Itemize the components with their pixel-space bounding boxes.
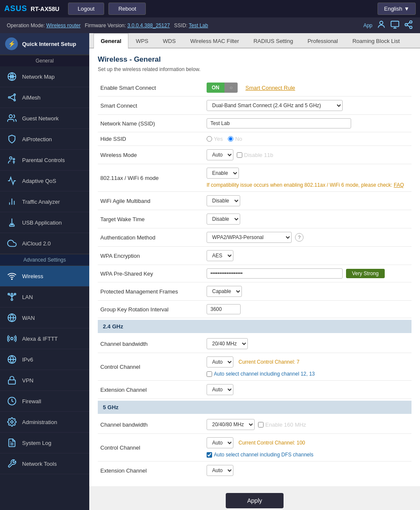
tab-radius-setting[interactable]: RADIUS Setting xyxy=(246,33,300,48)
wpa-encryption-row: WPA Encryption AES xyxy=(98,247,411,265)
tab-roaming-block-list[interactable]: Roaming Block List xyxy=(345,33,407,48)
band-24-control-channel-select[interactable]: Auto xyxy=(207,356,233,368)
disable-11b-checkbox[interactable] xyxy=(237,152,242,158)
svg-point-36 xyxy=(11,421,13,423)
toggle-off-btn[interactable]: ○ xyxy=(224,83,238,93)
sidebar-item-network-map[interactable]: Network Map xyxy=(0,66,89,87)
band-24-auto-select-label[interactable]: Auto select channel including channel 12… xyxy=(207,371,315,377)
svg-point-16 xyxy=(10,157,12,160)
band-24-auto-select-checkbox[interactable] xyxy=(207,371,212,377)
hide-ssid-yes-label[interactable]: Yes xyxy=(207,136,223,142)
svg-rect-26 xyxy=(11,299,13,301)
hide-ssid-yes-radio[interactable] xyxy=(207,136,212,142)
pmf-select[interactable]: Capable xyxy=(207,286,242,297)
logout-button[interactable]: Logout xyxy=(68,3,105,15)
sidebar-item-usb-application[interactable]: USB Application xyxy=(0,212,89,233)
sidebar-item-wan[interactable]: WAN xyxy=(0,308,89,328)
band-24-header: 2.4 GHz xyxy=(98,320,411,333)
sidebar-item-ipv6[interactable]: IPv6 xyxy=(0,349,89,370)
svg-point-0 xyxy=(380,21,383,24)
band-24-channel-bw-row: Channel bandwidth 20/40 MHz xyxy=(98,335,411,353)
person-icon[interactable] xyxy=(377,20,386,31)
tab-wds[interactable]: WDS xyxy=(156,33,183,48)
group-key-input[interactable] xyxy=(207,304,241,314)
tabs-bar: General WPS WDS Wireless MAC Filter RADI… xyxy=(89,33,420,48)
quick-internet-setup[interactable]: ⚡ Quick Internet Setup xyxy=(0,33,89,55)
group-key-row: Group Key Rotation Interval xyxy=(98,301,411,318)
target-wake-select[interactable]: Disable xyxy=(207,214,240,225)
sidebar-item-label: AiCloud 2.0 xyxy=(22,240,51,247)
auth-method-select[interactable]: WPA2/WPA3-Personal xyxy=(207,232,292,243)
sidebar-item-alexa[interactable]: Alexa & IFTTT xyxy=(0,328,89,349)
sidebar-item-firewall[interactable]: Firewall xyxy=(0,391,89,412)
sidebar-item-adaptive-qos[interactable]: Adaptive QoS xyxy=(0,171,89,191)
band-24-ext-channel-select[interactable]: Auto xyxy=(207,384,233,395)
sidebar-item-wireless[interactable]: Wireless xyxy=(0,266,89,287)
disable-11b-label[interactable]: Disable 11b xyxy=(237,152,273,158)
tab-general[interactable]: General xyxy=(94,33,128,48)
band-5-channel-bw-select[interactable]: 20/40/80 MHz xyxy=(207,419,255,430)
share-icon[interactable] xyxy=(404,20,413,31)
hide-ssid-no-radio[interactable] xyxy=(228,136,233,142)
band-5-enable-160-label[interactable]: Enable 160 MHz xyxy=(258,422,306,428)
reboot-button[interactable]: Reboot xyxy=(108,3,146,15)
sidebar-item-traffic-analyzer[interactable]: Traffic Analyzer xyxy=(0,191,89,212)
wpa-strength-button: Very Strong xyxy=(346,269,385,278)
band-5-enable-160-checkbox[interactable] xyxy=(258,422,264,427)
svg-line-6 xyxy=(407,23,410,24)
firmware-value[interactable]: 3.0.0.4.388_25127 xyxy=(127,23,170,28)
ssid-value[interactable]: Test Lab xyxy=(189,23,208,28)
smart-connect-select[interactable]: Dual-Band Smart Connect (2.4 GHz and 5 G… xyxy=(207,100,343,111)
sidebar-item-guest-network[interactable]: Guest Network xyxy=(0,108,89,129)
wifi6-select[interactable]: Enable xyxy=(207,168,239,179)
advanced-section-label: Advanced Settings xyxy=(0,254,89,266)
hide-ssid-no-label[interactable]: No xyxy=(228,136,242,142)
band-5-auto-dfs-label[interactable]: Auto select channel including DFS channe… xyxy=(207,452,313,458)
wan-icon xyxy=(6,312,18,324)
sidebar-item-system-log[interactable]: System Log xyxy=(0,433,89,453)
toggle-on-btn[interactable]: ON xyxy=(207,83,224,93)
smart-connect-rule-link[interactable]: Smart Connect Rule xyxy=(245,85,295,91)
operation-mode-value[interactable]: Wireless router xyxy=(46,23,81,28)
sidebar-item-network-tools[interactable]: Network Tools xyxy=(0,453,89,474)
tab-wireless-mac-filter[interactable]: Wireless MAC Filter xyxy=(183,33,246,48)
guest-network-icon xyxy=(6,112,18,124)
auth-method-help-icon[interactable]: ? xyxy=(295,233,304,242)
monitor-icon[interactable] xyxy=(390,20,400,31)
sidebar-item-vpn[interactable]: VPN xyxy=(0,370,89,391)
sidebar-item-lan[interactable]: LAN xyxy=(0,287,89,308)
sidebar-item-administration[interactable]: Administration xyxy=(0,412,89,433)
wireless-mode-label: Wireless Mode xyxy=(100,152,207,158)
sidebar-item-parental-controls[interactable]: Parental Controls xyxy=(0,150,89,171)
band-24-channel-bw-select[interactable]: 20/40 MHz xyxy=(207,338,248,349)
sidebar-item-aiprotection[interactable]: AiProtection xyxy=(0,129,89,150)
adaptive-qos-icon xyxy=(6,175,18,187)
band-5-auto-dfs-checkbox[interactable] xyxy=(207,452,212,458)
sidebar-item-aicloud[interactable]: AiCloud 2.0 xyxy=(0,233,89,254)
sidebar: ⚡ Quick Internet Setup General Network M… xyxy=(0,33,89,510)
tab-wps[interactable]: WPS xyxy=(128,33,156,48)
language-button[interactable]: English ▼ xyxy=(377,3,416,15)
band-5-control-channel-select[interactable]: Auto xyxy=(207,437,233,448)
apply-button[interactable]: Apply xyxy=(226,493,283,508)
logo-area: ASUS RT-AX58U xyxy=(4,4,60,13)
sidebar-item-label: Network Map xyxy=(22,74,55,80)
network-name-input[interactable] xyxy=(207,118,351,128)
usb-application-icon xyxy=(6,217,18,228)
info-bar-icons: App xyxy=(363,20,413,31)
lan-icon xyxy=(6,291,18,303)
smart-connect-toggle[interactable]: ON ○ xyxy=(207,83,238,93)
band-5-ext-channel-select[interactable]: Auto xyxy=(207,465,233,476)
tab-professional[interactable]: Professional xyxy=(300,33,345,48)
info-bar: Operation Mode: Wireless router Firmware… xyxy=(0,17,420,33)
wifi-agile-select[interactable]: Disable xyxy=(207,195,240,206)
svg-point-3 xyxy=(405,23,408,26)
wpa-encryption-select[interactable]: AES xyxy=(207,250,233,261)
wireless-mode-select[interactable]: Auto xyxy=(207,149,233,160)
wpa-key-input[interactable] xyxy=(207,268,343,279)
wifi6-faq-link[interactable]: FAQ xyxy=(394,182,404,188)
svg-point-4 xyxy=(410,26,412,28)
sidebar-item-aimesh[interactable]: AiMesh xyxy=(0,87,89,108)
wireless-mode-control: Auto Disable 11b xyxy=(207,149,409,160)
sidebar-item-label: Guest Network xyxy=(22,115,59,122)
